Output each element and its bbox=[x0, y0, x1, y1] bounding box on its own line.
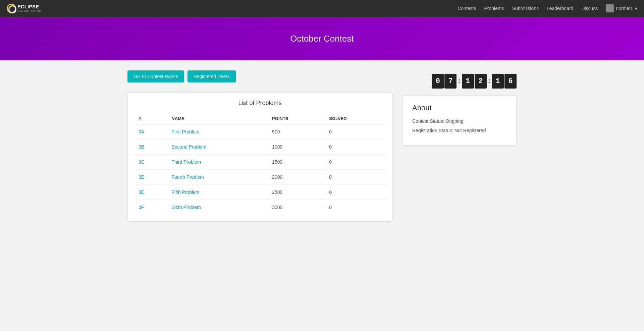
problem-id-3e[interactable]: 3E bbox=[139, 189, 144, 195]
problem-name-3e[interactable]: Fifth Problem bbox=[171, 189, 199, 195]
contest-title: October Contest bbox=[290, 34, 354, 44]
navbar: ECLIPSE ONLINE JUDGE Contests Problems S… bbox=[0, 0, 644, 17]
nav-links: Contests Problems Submissions Leaderboar… bbox=[458, 4, 637, 12]
table-row: 3C Third Problem 1500 0 bbox=[135, 155, 385, 170]
right-column: 07:12:16 About Contest Status: Ongoing R… bbox=[402, 70, 517, 222]
nav-leaderboard[interactable]: Leaderboard bbox=[547, 6, 573, 11]
nav-submissions[interactable]: Submissions bbox=[512, 6, 539, 11]
timer-colon-icon: : bbox=[457, 76, 461, 85]
table-row: 3D Fourth Problem 2000 0 bbox=[135, 170, 385, 185]
problem-name-3f[interactable]: Sixth Problem bbox=[171, 205, 201, 210]
contest-ranks-button[interactable]: Go To Contest Ranks bbox=[127, 70, 184, 82]
problem-points: 2000 bbox=[268, 170, 325, 185]
contest-status: Contest Status: Ongoing bbox=[412, 118, 507, 124]
col-points: POINTS bbox=[268, 113, 325, 124]
col-id: # bbox=[135, 113, 167, 124]
user-name: normal1 bbox=[616, 6, 633, 11]
user-avatar bbox=[606, 4, 614, 12]
brand-sub: ONLINE JUDGE bbox=[17, 10, 41, 13]
timer-digit: 7 bbox=[444, 74, 457, 89]
problem-points: 2500 bbox=[268, 185, 325, 200]
brand-logo[interactable]: ECLIPSE ONLINE JUDGE bbox=[7, 4, 41, 13]
problem-solved: 0 bbox=[325, 185, 385, 200]
table-header: # NAME POINTS SOLVED bbox=[135, 113, 385, 124]
action-buttons: Go To Contest Ranks Registered Users bbox=[127, 70, 392, 82]
about-card: About Contest Status: Ongoing Registrati… bbox=[402, 95, 517, 146]
table-row: 3B Second Problem 1000 0 bbox=[135, 140, 385, 155]
contest-banner: October Contest bbox=[0, 17, 644, 60]
problem-solved: 0 bbox=[325, 140, 385, 155]
problems-tbody: 3A First Problem 500 0 3B Second Problem… bbox=[135, 124, 385, 215]
problem-points: 1500 bbox=[268, 155, 325, 170]
timer-digit: 1 bbox=[492, 74, 504, 89]
problems-card: List of Problems # NAME POINTS SOLVED 3A… bbox=[127, 93, 392, 222]
problem-id-3d[interactable]: 3D bbox=[139, 174, 145, 180]
timer-digit: 0 bbox=[432, 74, 444, 89]
timer-digit: 1 bbox=[462, 74, 474, 89]
registration-status: Registration Status: Not Registered bbox=[412, 128, 507, 133]
dropdown-arrow-icon: ▾ bbox=[635, 6, 637, 11]
timer-digit: 2 bbox=[475, 74, 487, 89]
timer-container: 07:12:16 bbox=[402, 74, 517, 89]
col-name: NAME bbox=[167, 113, 268, 124]
problem-solved: 0 bbox=[325, 200, 385, 215]
problem-points: 3000 bbox=[268, 200, 325, 215]
table-row: 3E Fifth Problem 2500 0 bbox=[135, 185, 385, 200]
problem-solved: 0 bbox=[325, 170, 385, 185]
problem-name-3c[interactable]: Third Problem bbox=[171, 159, 201, 165]
problem-solved: 0 bbox=[325, 124, 385, 140]
table-row: 3A First Problem 500 0 bbox=[135, 124, 385, 140]
timer-colon-icon: : bbox=[487, 76, 491, 85]
nav-problems[interactable]: Problems bbox=[484, 6, 504, 11]
user-menu[interactable]: normal1 ▾ bbox=[606, 4, 637, 12]
table-row: 3F Sixth Problem 3000 0 bbox=[135, 200, 385, 215]
brand-name: ECLIPSE bbox=[17, 4, 41, 10]
problem-id-3a[interactable]: 3A bbox=[139, 129, 144, 134]
problem-name-3d[interactable]: Fourth Problem bbox=[171, 174, 204, 180]
problem-solved: 0 bbox=[325, 155, 385, 170]
logo-circle-icon bbox=[7, 4, 16, 13]
nav-contests[interactable]: Contests bbox=[458, 6, 476, 11]
problem-id-3b[interactable]: 3B bbox=[139, 144, 144, 150]
timer-digit: 6 bbox=[504, 74, 517, 89]
problems-title: List of Problems bbox=[135, 100, 385, 107]
problem-points: 500 bbox=[268, 124, 325, 140]
countdown-timer: 07:12:16 bbox=[432, 74, 517, 89]
problem-points: 1000 bbox=[268, 140, 325, 155]
registered-users-button[interactable]: Registered Users bbox=[187, 70, 236, 82]
problem-id-3c[interactable]: 3C bbox=[139, 159, 145, 165]
problem-id-3f[interactable]: 3F bbox=[139, 205, 144, 210]
problems-table: # NAME POINTS SOLVED 3A First Problem 50… bbox=[135, 113, 385, 215]
problem-name-3b[interactable]: Second Problem bbox=[171, 144, 206, 150]
nav-discuss[interactable]: Discuss bbox=[581, 6, 598, 11]
main-content: Go To Contest Ranks Registered Users Lis… bbox=[121, 60, 523, 232]
col-solved: SOLVED bbox=[325, 113, 385, 124]
problem-name-3a[interactable]: First Problem bbox=[171, 129, 199, 134]
left-column: Go To Contest Ranks Registered Users Lis… bbox=[127, 70, 392, 222]
about-title: About bbox=[412, 104, 507, 112]
